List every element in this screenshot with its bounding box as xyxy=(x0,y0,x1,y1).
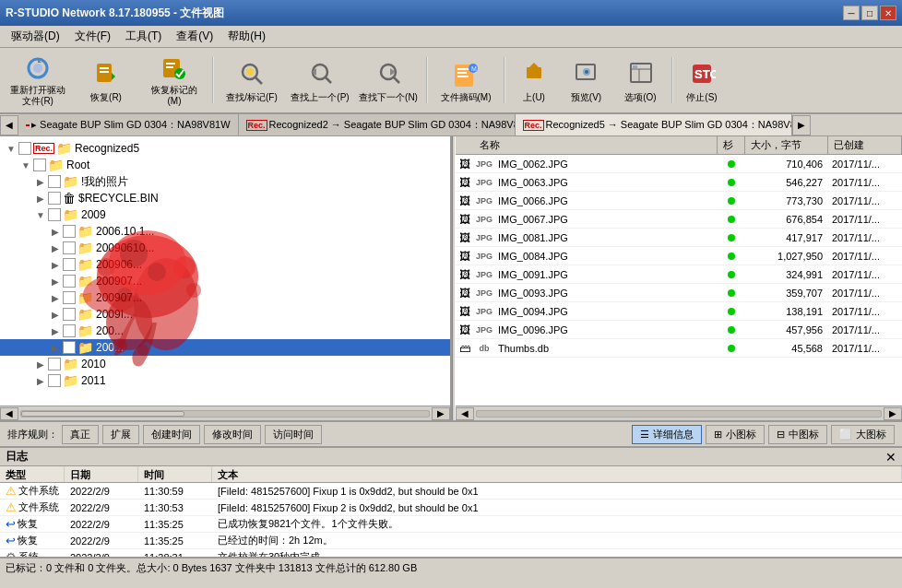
tree-expand-200907a[interactable]: ▶ xyxy=(48,274,63,288)
tree-checkbox-root[interactable] xyxy=(33,159,46,171)
tree-item-2009[interactable]: ▼ 📁 2009 xyxy=(0,206,450,223)
file-scroll-right-btn[interactable]: ▶ xyxy=(884,407,902,420)
col-header-attr[interactable]: 杉 xyxy=(718,136,745,154)
log-list-item[interactable]: ⚠ 文件系统 2022/2/9 11:30:53 [FileId: 481525… xyxy=(0,500,902,516)
toolbar-recover-marked-button[interactable]: 恢复标记的(M) xyxy=(142,52,207,109)
tree-item-200907a[interactable]: ▶ 📁 200907... xyxy=(0,273,450,289)
sort-modified-btn[interactable]: 修改时间 xyxy=(204,425,261,444)
tree-item-200y[interactable]: ▶ 📁 200... xyxy=(0,339,450,356)
address-tab-3[interactable]: Rec. Recognized5 → Seagate BUP Slim GD 0… xyxy=(516,114,792,135)
address-tab-2[interactable]: Rec. Recognized2 → Seagate BUP Slim GD 0… xyxy=(239,114,516,135)
toolbar-preview-button[interactable]: 预览(V) xyxy=(561,52,611,109)
log-list-item[interactable]: ⚠ 文件系统 2022/2/9 11:30:59 [FileId: 481525… xyxy=(0,483,902,500)
tree-checkbox-200907b[interactable] xyxy=(63,291,76,304)
menu-tools[interactable]: 工具(T) xyxy=(118,27,169,46)
tree-checkbox-20090610[interactable] xyxy=(63,241,76,254)
toolbar-stop-button[interactable]: STO STO 停止(S) xyxy=(679,52,725,109)
tree-expand-recognized5[interactable]: ▼ xyxy=(4,141,18,156)
tree-checkbox-200906a[interactable] xyxy=(63,258,76,271)
sort-true-btn[interactable]: 真正 xyxy=(62,425,99,444)
file-list-item[interactable]: 🖼 JPG IMG_0093.JPG 359,707 2017/11/... xyxy=(456,284,902,302)
toolbar-file-encode-button[interactable]: M 文件摘码(M) xyxy=(433,52,498,109)
tree-expand-2011[interactable]: ▶ xyxy=(33,373,48,388)
col-header-size[interactable]: 大小，字节 xyxy=(745,136,828,154)
file-h-scrollbar[interactable]: ◀ ▶ xyxy=(456,406,902,420)
h-scrollbar-thumb[interactable] xyxy=(21,411,184,417)
tree-expand-2010[interactable]: ▶ xyxy=(33,357,48,371)
minimize-button[interactable]: ─ xyxy=(843,6,860,20)
close-button[interactable]: ✕ xyxy=(880,6,896,20)
tree-expand-200y[interactable]: ▶ xyxy=(48,340,63,355)
maximize-button[interactable]: □ xyxy=(861,6,878,20)
tree-item-200907b[interactable]: ▶ 📁 200907... xyxy=(0,289,450,306)
toolbar-recover-button[interactable]: 恢复(R) xyxy=(74,52,138,109)
menu-view[interactable]: 查看(V) xyxy=(169,27,220,46)
menu-drive[interactable]: 驱动器(D) xyxy=(4,27,67,46)
toolbar-refresh-button[interactable]: 重新打开驱动文件(R) xyxy=(6,52,70,109)
tree-item-20061016[interactable]: ▶ 📁 2006.10.1... xyxy=(0,223,450,240)
tree-item-recognized5[interactable]: ▼ Rec. 📁 Recognized5 xyxy=(0,140,450,157)
tree-expand-2009i[interactable]: ▶ xyxy=(48,307,63,322)
tree-item-20090610[interactable]: ▶ 📁 20090610... xyxy=(0,240,450,256)
log-list-item[interactable]: ⚙ 系统 2022/2/9 11:38:31 文件校举在30秒内完成 xyxy=(0,549,902,557)
toolbar-findmark-button[interactable]: 查找/标记(F) xyxy=(220,52,284,109)
file-list-item[interactable]: 🖼 JPG IMG_0067.JPG 676,854 2017/11/... xyxy=(456,210,902,229)
tree-checkbox-2009i[interactable] xyxy=(63,308,76,321)
sort-accessed-btn[interactable]: 访问时间 xyxy=(265,425,322,444)
file-list-item[interactable]: 🗃 db Thumbs.db 45,568 2017/11/... xyxy=(456,339,902,358)
tree-checkbox-200907a[interactable] xyxy=(63,275,76,288)
file-list-item[interactable]: 🖼 JPG IMG_0094.JPG 138,191 2017/11/... xyxy=(456,302,902,321)
toolbar-find-prev-button[interactable]: 查找上一个(P) xyxy=(288,52,352,109)
tree-checkbox-recycle[interactable] xyxy=(48,192,61,205)
tree-checkbox-my-photos[interactable] xyxy=(48,175,61,188)
tree-checkbox-200y[interactable] xyxy=(63,341,76,354)
tree-expand-my-photos[interactable]: ▶ xyxy=(33,174,48,189)
file-list-item[interactable]: 🖼 JPG IMG_0081.JPG 417,917 2017/11/... xyxy=(456,229,902,247)
tree-item-200x[interactable]: ▶ 📁 200... xyxy=(0,323,450,339)
tree-checkbox-200x[interactable] xyxy=(63,324,76,337)
tree-h-scrollbar[interactable]: ◀ ▶ xyxy=(0,406,450,420)
log-list-item[interactable]: ↩ 恢复 2022/2/9 11:35:25 已经过的时间：2h 12m。 xyxy=(0,533,902,549)
menu-help[interactable]: 帮助(H) xyxy=(220,27,273,46)
file-scroll-left-btn[interactable]: ◀ xyxy=(456,407,474,420)
view-detail-btn[interactable]: ☰ 详细信息 xyxy=(632,425,702,444)
log-list-item[interactable]: ↩ 恢复 2022/2/9 11:35:25 已成功恢复9821个文件。1个文件… xyxy=(0,516,902,533)
tree-item-recycle[interactable]: ▶ 🗑 $RECYCLE.BIN xyxy=(0,190,450,206)
tree-checkbox-recognized5[interactable] xyxy=(18,142,31,155)
tree-checkbox-2011[interactable] xyxy=(48,374,61,387)
file-list-item[interactable]: 🖼 JPG IMG_0084.JPG 1,027,950 2017/11/... xyxy=(456,247,902,265)
sort-created-btn[interactable]: 创建时间 xyxy=(143,425,200,444)
tree-expand-2009[interactable]: ▼ xyxy=(33,207,48,222)
tree-item-my-photos[interactable]: ▶ 📁 !我的照片 xyxy=(0,173,450,190)
tree-expand-20090610[interactable]: ▶ xyxy=(48,241,63,255)
col-header-name[interactable]: 名称 xyxy=(474,136,718,154)
tree-checkbox-2010[interactable] xyxy=(48,358,61,370)
tree-item-2010[interactable]: ▶ 📁 2010 xyxy=(0,356,450,372)
tree-item-root[interactable]: ▼ 📁 Root xyxy=(0,157,450,173)
tree-expand-20061016[interactable]: ▶ xyxy=(48,224,63,239)
file-list-item[interactable]: 🖼 JPG IMG_0096.JPG 457,956 2017/11/... xyxy=(456,321,902,339)
tree-expand-200x[interactable]: ▶ xyxy=(48,323,63,338)
view-small-btn[interactable]: ⊞ 小图标 xyxy=(706,425,765,444)
menu-file[interactable]: 文件(F) xyxy=(67,27,118,46)
tree-expand-recycle[interactable]: ▶ xyxy=(33,191,48,206)
tree-expand-root[interactable]: ▼ xyxy=(18,158,33,172)
tree-item-200906a[interactable]: ▶ 📁 200906... xyxy=(0,256,450,273)
tree-checkbox-20061016[interactable] xyxy=(63,225,76,238)
tree-expand-200907b[interactable]: ▶ xyxy=(48,290,63,305)
file-list-item[interactable]: 🖼 JPG IMG_0066.JPG 773,730 2017/11/... xyxy=(456,192,902,210)
tree-checkbox-2009[interactable] xyxy=(48,208,61,221)
col-header-date[interactable]: 已创建 xyxy=(828,136,902,154)
log-close-button[interactable]: ✕ xyxy=(885,450,896,465)
toolbar-select-button[interactable]: 选项(O) xyxy=(615,52,666,109)
scroll-left-btn[interactable]: ◀ xyxy=(0,407,18,420)
file-list-item[interactable]: 🖼 JPG IMG_0063.JPG 546,227 2017/11/... xyxy=(456,173,902,192)
sort-ext-btn[interactable]: 扩展 xyxy=(102,425,139,444)
toolbar-up-button[interactable]: 上(U) xyxy=(511,52,557,109)
tree-expand-200906a[interactable]: ▶ xyxy=(48,257,63,272)
addr-nav-button[interactable]: ◀ xyxy=(0,115,18,135)
address-tab-1[interactable]: ▸ Seagate BUP Slim GD 0304：NA98V81W xyxy=(18,114,239,135)
tree-item-2011[interactable]: ▶ 📁 2011 xyxy=(0,372,450,389)
scroll-right-btn[interactable]: ▶ xyxy=(432,407,450,420)
addr-nav-right-button[interactable]: ▶ xyxy=(792,115,811,135)
